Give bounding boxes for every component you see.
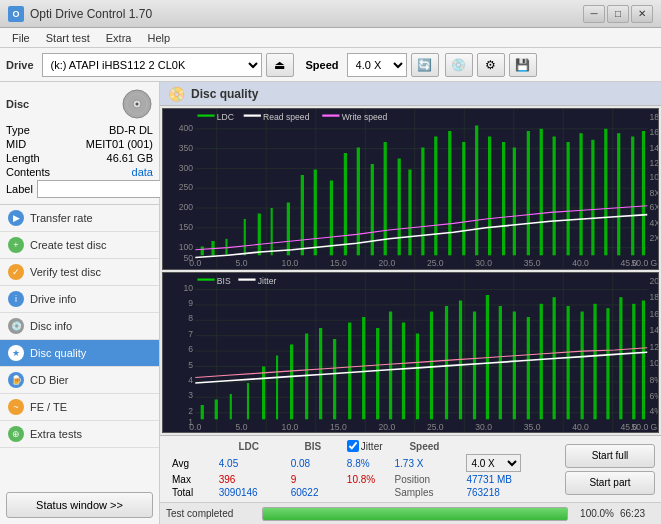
svg-text:18%: 18%: [649, 292, 658, 302]
svg-text:400: 400: [179, 123, 194, 133]
refresh-button[interactable]: 🔄: [411, 53, 439, 77]
max-label: Max: [166, 473, 213, 486]
menu-help[interactable]: Help: [139, 30, 178, 46]
svg-text:LDC: LDC: [217, 112, 234, 122]
label-input[interactable]: [37, 180, 170, 198]
nav-drive-info[interactable]: i Drive info: [0, 286, 159, 313]
svg-rect-54: [271, 208, 273, 255]
svg-rect-71: [502, 142, 505, 255]
close-button[interactable]: ✕: [631, 5, 653, 23]
minimize-button[interactable]: ─: [583, 5, 605, 23]
svg-rect-152: [402, 322, 405, 419]
progress-bar-fill: [263, 508, 567, 520]
svg-rect-153: [416, 333, 419, 419]
start-full-button[interactable]: Start full: [565, 444, 655, 468]
svg-text:4: 4: [188, 374, 193, 384]
eject-button[interactable]: ⏏: [266, 53, 294, 77]
jitter-checkbox[interactable]: [347, 440, 359, 452]
svg-rect-141: [247, 383, 249, 419]
speed-select[interactable]: 4.0 X: [347, 53, 407, 77]
nav-create-test-disc[interactable]: + Create test disc: [0, 232, 159, 259]
svg-text:100: 100: [179, 242, 194, 252]
status-text: Test completed: [166, 508, 256, 519]
svg-text:4X: 4X: [649, 218, 658, 228]
svg-rect-147: [333, 339, 336, 419]
svg-text:10: 10: [184, 282, 194, 292]
svg-rect-167: [606, 308, 609, 419]
svg-text:5: 5: [188, 359, 193, 369]
burn-button[interactable]: 💿: [445, 53, 473, 77]
settings-button[interactable]: ⚙: [477, 53, 505, 77]
menu-extra[interactable]: Extra: [98, 30, 140, 46]
svg-text:15.0: 15.0: [330, 258, 347, 268]
type-value: BD-R DL: [109, 124, 153, 136]
svg-rect-145: [305, 333, 308, 419]
nav-extra-tests[interactable]: ⊕ Extra tests: [0, 421, 159, 448]
svg-rect-151: [389, 311, 392, 419]
nav-verify-test-disc[interactable]: ✓ Verify test disc: [0, 259, 159, 286]
position-value: 47731 MB: [460, 473, 555, 486]
svg-text:12X: 12X: [649, 158, 658, 168]
svg-text:BIS: BIS: [217, 275, 231, 285]
label-field-label: Label: [6, 183, 33, 195]
svg-text:25.0: 25.0: [427, 422, 444, 432]
svg-text:8: 8: [188, 313, 193, 323]
svg-text:6: 6: [188, 344, 193, 354]
nav-disc-quality[interactable]: ★ Disc quality: [0, 340, 159, 367]
svg-text:20.0: 20.0: [378, 258, 395, 268]
nav-fe-te[interactable]: ~ FE / TE: [0, 394, 159, 421]
svg-text:2: 2: [188, 405, 193, 415]
svg-rect-77: [579, 133, 582, 255]
maximize-button[interactable]: □: [607, 5, 629, 23]
position-label: Position: [389, 473, 461, 486]
svg-text:50.0 GB: 50.0 GB: [631, 422, 658, 432]
svg-rect-149: [362, 317, 365, 419]
speed-label: Speed: [306, 59, 339, 71]
svg-rect-82: [642, 131, 645, 255]
svg-rect-160: [513, 311, 516, 419]
nav-disc-info[interactable]: 💿 Disc info: [0, 313, 159, 340]
svg-rect-85: [244, 115, 261, 117]
svg-text:18X: 18X: [649, 112, 658, 122]
status-window-button[interactable]: Status window >>: [6, 492, 153, 518]
mid-label: MID: [6, 138, 26, 150]
svg-text:40.0: 40.0: [572, 422, 589, 432]
avg-jitter: 8.8%: [341, 453, 389, 473]
start-part-button[interactable]: Start part: [565, 471, 655, 495]
jitter-checkbox-label[interactable]: Jitter: [347, 440, 383, 452]
svg-rect-150: [376, 328, 379, 419]
menu-start-test[interactable]: Start test: [38, 30, 98, 46]
svg-text:150: 150: [179, 222, 194, 232]
svg-rect-161: [527, 317, 530, 419]
svg-text:7: 7: [188, 328, 193, 338]
chart-icon: 📀: [168, 86, 185, 102]
svg-rect-166: [593, 303, 596, 419]
nav-cd-bier[interactable]: 🍺 CD Bier: [0, 367, 159, 394]
svg-rect-87: [322, 115, 339, 117]
total-bis: 60622: [285, 486, 341, 499]
svg-rect-164: [567, 306, 570, 419]
length-value: 46.61 GB: [107, 152, 153, 164]
speed-display-select[interactable]: 4.0 X: [466, 454, 521, 472]
mid-value: MEIT01 (001): [86, 138, 153, 150]
nav-transfer-rate[interactable]: ▶ Transfer rate: [0, 205, 159, 232]
contents-label: Contents: [6, 166, 50, 178]
svg-text:30.0: 30.0: [475, 258, 492, 268]
svg-rect-73: [527, 131, 530, 255]
svg-rect-169: [632, 303, 635, 419]
titlebar: O Opti Drive Control 1.70 ─ □ ✕: [0, 0, 661, 28]
svg-rect-66: [434, 137, 437, 256]
progress-percent: 100.0%: [574, 508, 614, 519]
max-jitter: 10.8%: [341, 473, 389, 486]
save-button[interactable]: 💾: [509, 53, 537, 77]
drive-select[interactable]: (k:) ATAPI iHBS112 2 CL0K: [42, 53, 262, 77]
nav-icon-verify-test-disc: ✓: [8, 264, 24, 280]
menu-file[interactable]: File: [4, 30, 38, 46]
chart-title: Disc quality: [191, 87, 258, 101]
svg-rect-138: [201, 405, 204, 419]
svg-text:4%: 4%: [649, 405, 658, 415]
max-ldc: 396: [213, 473, 285, 486]
samples-label: Samples: [389, 486, 461, 499]
svg-rect-74: [540, 129, 543, 256]
svg-rect-69: [475, 126, 478, 256]
